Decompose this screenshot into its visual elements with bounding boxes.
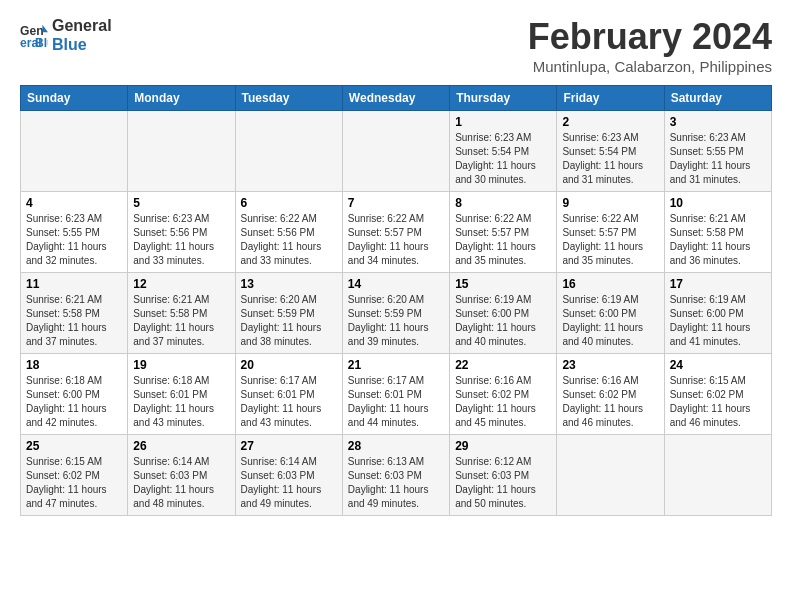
header-day-sunday: Sunday xyxy=(21,86,128,111)
day-number: 23 xyxy=(562,358,658,372)
day-number: 28 xyxy=(348,439,444,453)
calendar-cell: 10Sunrise: 6:21 AM Sunset: 5:58 PM Dayli… xyxy=(664,192,771,273)
logo-icon: Gen eral Blue xyxy=(20,21,48,49)
day-number: 24 xyxy=(670,358,766,372)
calendar-cell xyxy=(21,111,128,192)
day-number: 12 xyxy=(133,277,229,291)
calendar-cell: 29Sunrise: 6:12 AM Sunset: 6:03 PM Dayli… xyxy=(450,435,557,516)
day-number: 9 xyxy=(562,196,658,210)
day-info: Sunrise: 6:20 AM Sunset: 5:59 PM Dayligh… xyxy=(348,293,444,349)
header-day-wednesday: Wednesday xyxy=(342,86,449,111)
calendar-cell: 11Sunrise: 6:21 AM Sunset: 5:58 PM Dayli… xyxy=(21,273,128,354)
day-info: Sunrise: 6:19 AM Sunset: 6:00 PM Dayligh… xyxy=(562,293,658,349)
header-day-monday: Monday xyxy=(128,86,235,111)
calendar-table: SundayMondayTuesdayWednesdayThursdayFrid… xyxy=(20,85,772,516)
day-number: 2 xyxy=(562,115,658,129)
day-number: 21 xyxy=(348,358,444,372)
calendar-cell: 8Sunrise: 6:22 AM Sunset: 5:57 PM Daylig… xyxy=(450,192,557,273)
calendar-cell: 3Sunrise: 6:23 AM Sunset: 5:55 PM Daylig… xyxy=(664,111,771,192)
day-number: 14 xyxy=(348,277,444,291)
day-number: 5 xyxy=(133,196,229,210)
calendar-cell: 7Sunrise: 6:22 AM Sunset: 5:57 PM Daylig… xyxy=(342,192,449,273)
header-day-friday: Friday xyxy=(557,86,664,111)
calendar-week-2: 4Sunrise: 6:23 AM Sunset: 5:55 PM Daylig… xyxy=(21,192,772,273)
calendar-cell: 16Sunrise: 6:19 AM Sunset: 6:00 PM Dayli… xyxy=(557,273,664,354)
day-info: Sunrise: 6:23 AM Sunset: 5:54 PM Dayligh… xyxy=(562,131,658,187)
calendar-cell: 21Sunrise: 6:17 AM Sunset: 6:01 PM Dayli… xyxy=(342,354,449,435)
day-info: Sunrise: 6:22 AM Sunset: 5:57 PM Dayligh… xyxy=(562,212,658,268)
calendar-week-4: 18Sunrise: 6:18 AM Sunset: 6:00 PM Dayli… xyxy=(21,354,772,435)
calendar-week-1: 1Sunrise: 6:23 AM Sunset: 5:54 PM Daylig… xyxy=(21,111,772,192)
day-info: Sunrise: 6:20 AM Sunset: 5:59 PM Dayligh… xyxy=(241,293,337,349)
header-day-saturday: Saturday xyxy=(664,86,771,111)
day-number: 13 xyxy=(241,277,337,291)
page-title: February 2024 xyxy=(528,16,772,58)
logo: Gen eral Blue General Blue xyxy=(20,16,112,54)
day-number: 8 xyxy=(455,196,551,210)
day-info: Sunrise: 6:23 AM Sunset: 5:54 PM Dayligh… xyxy=(455,131,551,187)
calendar-cell: 17Sunrise: 6:19 AM Sunset: 6:00 PM Dayli… xyxy=(664,273,771,354)
logo-line1: General xyxy=(52,16,112,35)
calendar-cell: 9Sunrise: 6:22 AM Sunset: 5:57 PM Daylig… xyxy=(557,192,664,273)
page-subtitle: Muntinlupa, Calabarzon, Philippines xyxy=(528,58,772,75)
calendar-cell xyxy=(128,111,235,192)
day-info: Sunrise: 6:22 AM Sunset: 5:57 PM Dayligh… xyxy=(348,212,444,268)
day-number: 7 xyxy=(348,196,444,210)
day-info: Sunrise: 6:21 AM Sunset: 5:58 PM Dayligh… xyxy=(133,293,229,349)
day-number: 25 xyxy=(26,439,122,453)
day-info: Sunrise: 6:14 AM Sunset: 6:03 PM Dayligh… xyxy=(133,455,229,511)
day-info: Sunrise: 6:17 AM Sunset: 6:01 PM Dayligh… xyxy=(348,374,444,430)
header-day-thursday: Thursday xyxy=(450,86,557,111)
day-number: 29 xyxy=(455,439,551,453)
calendar-cell: 28Sunrise: 6:13 AM Sunset: 6:03 PM Dayli… xyxy=(342,435,449,516)
day-info: Sunrise: 6:14 AM Sunset: 6:03 PM Dayligh… xyxy=(241,455,337,511)
day-info: Sunrise: 6:15 AM Sunset: 6:02 PM Dayligh… xyxy=(26,455,122,511)
day-info: Sunrise: 6:17 AM Sunset: 6:01 PM Dayligh… xyxy=(241,374,337,430)
day-number: 22 xyxy=(455,358,551,372)
day-info: Sunrise: 6:15 AM Sunset: 6:02 PM Dayligh… xyxy=(670,374,766,430)
day-number: 11 xyxy=(26,277,122,291)
day-number: 26 xyxy=(133,439,229,453)
day-number: 19 xyxy=(133,358,229,372)
calendar-cell: 20Sunrise: 6:17 AM Sunset: 6:01 PM Dayli… xyxy=(235,354,342,435)
calendar-cell: 19Sunrise: 6:18 AM Sunset: 6:01 PM Dayli… xyxy=(128,354,235,435)
logo-line2: Blue xyxy=(52,35,112,54)
calendar-cell: 27Sunrise: 6:14 AM Sunset: 6:03 PM Dayli… xyxy=(235,435,342,516)
day-number: 1 xyxy=(455,115,551,129)
calendar-cell: 5Sunrise: 6:23 AM Sunset: 5:56 PM Daylig… xyxy=(128,192,235,273)
day-info: Sunrise: 6:13 AM Sunset: 6:03 PM Dayligh… xyxy=(348,455,444,511)
day-number: 6 xyxy=(241,196,337,210)
day-info: Sunrise: 6:21 AM Sunset: 5:58 PM Dayligh… xyxy=(26,293,122,349)
day-info: Sunrise: 6:12 AM Sunset: 6:03 PM Dayligh… xyxy=(455,455,551,511)
calendar-cell: 24Sunrise: 6:15 AM Sunset: 6:02 PM Dayli… xyxy=(664,354,771,435)
calendar-cell xyxy=(235,111,342,192)
day-info: Sunrise: 6:19 AM Sunset: 6:00 PM Dayligh… xyxy=(455,293,551,349)
day-info: Sunrise: 6:19 AM Sunset: 6:00 PM Dayligh… xyxy=(670,293,766,349)
day-number: 4 xyxy=(26,196,122,210)
calendar-cell: 26Sunrise: 6:14 AM Sunset: 6:03 PM Dayli… xyxy=(128,435,235,516)
day-number: 10 xyxy=(670,196,766,210)
header-day-tuesday: Tuesday xyxy=(235,86,342,111)
calendar-cell: 2Sunrise: 6:23 AM Sunset: 5:54 PM Daylig… xyxy=(557,111,664,192)
calendar-cell: 25Sunrise: 6:15 AM Sunset: 6:02 PM Dayli… xyxy=(21,435,128,516)
day-number: 16 xyxy=(562,277,658,291)
day-number: 3 xyxy=(670,115,766,129)
title-area: February 2024 Muntinlupa, Calabarzon, Ph… xyxy=(528,16,772,75)
calendar-week-3: 11Sunrise: 6:21 AM Sunset: 5:58 PM Dayli… xyxy=(21,273,772,354)
page-header: Gen eral Blue General Blue February 2024… xyxy=(20,16,772,75)
calendar-cell: 22Sunrise: 6:16 AM Sunset: 6:02 PM Dayli… xyxy=(450,354,557,435)
calendar-cell: 23Sunrise: 6:16 AM Sunset: 6:02 PM Dayli… xyxy=(557,354,664,435)
day-info: Sunrise: 6:23 AM Sunset: 5:55 PM Dayligh… xyxy=(670,131,766,187)
day-number: 27 xyxy=(241,439,337,453)
calendar-cell: 6Sunrise: 6:22 AM Sunset: 5:56 PM Daylig… xyxy=(235,192,342,273)
day-info: Sunrise: 6:18 AM Sunset: 6:01 PM Dayligh… xyxy=(133,374,229,430)
calendar-cell: 12Sunrise: 6:21 AM Sunset: 5:58 PM Dayli… xyxy=(128,273,235,354)
calendar-header-row: SundayMondayTuesdayWednesdayThursdayFrid… xyxy=(21,86,772,111)
day-info: Sunrise: 6:18 AM Sunset: 6:00 PM Dayligh… xyxy=(26,374,122,430)
calendar-cell xyxy=(557,435,664,516)
day-info: Sunrise: 6:23 AM Sunset: 5:55 PM Dayligh… xyxy=(26,212,122,268)
day-number: 20 xyxy=(241,358,337,372)
day-info: Sunrise: 6:16 AM Sunset: 6:02 PM Dayligh… xyxy=(455,374,551,430)
calendar-cell: 18Sunrise: 6:18 AM Sunset: 6:00 PM Dayli… xyxy=(21,354,128,435)
calendar-cell: 13Sunrise: 6:20 AM Sunset: 5:59 PM Dayli… xyxy=(235,273,342,354)
